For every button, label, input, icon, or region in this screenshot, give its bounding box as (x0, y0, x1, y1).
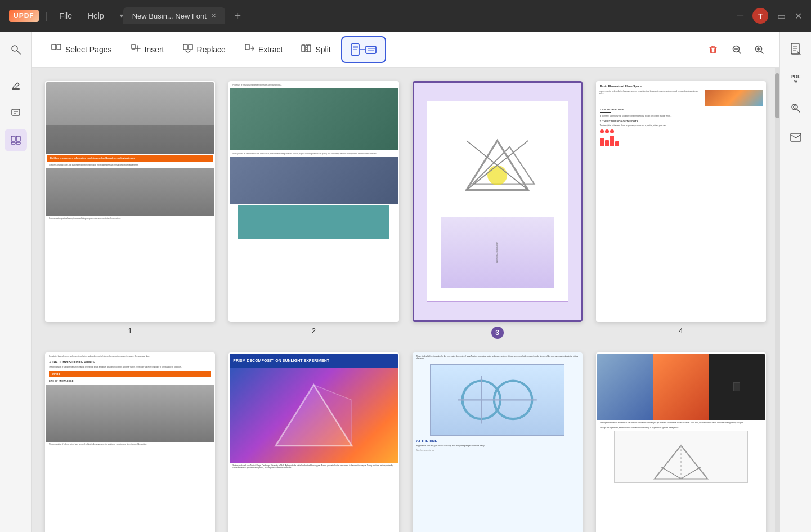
page-item-7[interactable]: These studies laid the foundation for th… (413, 352, 583, 533)
active-tab[interactable]: New Busin... New Font × (123, 7, 226, 24)
svg-rect-11 (57, 44, 61, 50)
svg-line-49 (661, 467, 681, 479)
window-close-icon[interactable]: ✕ (795, 11, 802, 21)
tab-close-button[interactable]: × (211, 11, 216, 21)
tab-area: ▾ New Busin... New Font × + (120, 7, 731, 24)
page-thumb-2[interactable]: Procedure of results during the period p… (228, 81, 398, 322)
svg-rect-2 (12, 88, 20, 90)
replace-label: Replace (197, 45, 226, 54)
tab-title: New Busin... New Font (132, 12, 207, 20)
page-number-2: 2 (312, 327, 316, 335)
svg-rect-8 (11, 142, 15, 144)
svg-rect-58 (791, 133, 801, 141)
svg-point-37 (487, 166, 507, 185)
split-button[interactable]: Split (293, 38, 338, 60)
page-thumb-6[interactable]: PRISM DECOMPOSITI ON SUNLIGHT EXPERIMENT… (228, 352, 398, 533)
content-area: Select Pages Insert Replace Extract (32, 32, 779, 532)
svg-line-1 (17, 51, 20, 54)
menu-help[interactable]: Help (83, 9, 109, 23)
sidebar-item-organize[interactable] (5, 129, 27, 151)
svg-rect-9 (16, 142, 20, 144)
page-item-8[interactable]: This experiment can be made with a filte… (596, 352, 766, 533)
scrollbar-thumb[interactable] (775, 73, 779, 118)
page-item-6[interactable]: PRISM DECOMPOSITI ON SUNLIGHT EXPERIMENT… (228, 352, 398, 533)
svg-point-57 (793, 106, 796, 109)
page-number-4: 4 (679, 327, 683, 335)
svg-line-56 (797, 109, 800, 112)
extract-icon (244, 43, 255, 56)
page-thumb-5[interactable]: Constitutes basic elements and connects … (45, 352, 215, 533)
svg-rect-18 (302, 45, 305, 52)
insert-icon (130, 43, 141, 56)
right-sidebar-pdfa-button[interactable]: PDF /A (785, 68, 807, 90)
right-sidebar-search-icon[interactable] (785, 97, 807, 119)
tab-dropdown-arrow[interactable]: ▾ (120, 12, 123, 20)
page-item-4[interactable]: Basic Elements of Plane Space they are o… (596, 81, 766, 339)
svg-rect-7 (16, 136, 20, 141)
extract-button[interactable]: Extract (236, 38, 291, 60)
titlebar: UPDF | File Help ▾ New Busin... New Font… (0, 0, 811, 32)
page-thumb-4[interactable]: Basic Elements of Plane Space they are o… (596, 81, 766, 322)
svg-rect-3 (12, 109, 20, 115)
replace-button[interactable]: Replace (174, 38, 234, 60)
page-thumb-7[interactable]: These studies laid the foundation for th… (413, 352, 583, 533)
page-item-1[interactable]: Building environment information modelin… (45, 81, 215, 339)
svg-rect-17 (245, 44, 249, 50)
page-item-2[interactable]: Procedure of results during the period p… (228, 81, 398, 339)
svg-rect-15 (183, 44, 187, 50)
sidebar-divider-1 (7, 68, 24, 68)
left-sidebar (0, 32, 32, 532)
replace-icon (182, 43, 194, 56)
select-pages-button[interactable]: Select Pages (43, 38, 120, 60)
titlebar-controls: ─ T ▭ ✕ (737, 8, 802, 24)
toolbar: Select Pages Insert Replace Extract (32, 32, 779, 68)
svg-line-48 (681, 467, 701, 479)
zoom-in-button[interactable] (750, 41, 768, 59)
page-item-5[interactable]: Constitutes basic elements and connects … (45, 352, 215, 533)
sidebar-item-search[interactable] (5, 38, 27, 61)
insert-label: Insert (145, 45, 164, 54)
titlebar-divider: | (46, 10, 48, 22)
page-number-1: 1 (128, 327, 132, 335)
new-tab-button[interactable]: + (230, 8, 245, 24)
page-thumb-1[interactable]: Building environment information modelin… (45, 81, 215, 322)
page-item-3[interactable]: Geometric Philosophy 3 (413, 81, 583, 339)
svg-rect-12 (132, 44, 135, 49)
scrollbar-track[interactable] (775, 68, 779, 532)
insert-button[interactable]: Insert (122, 38, 172, 60)
avatar[interactable]: T (752, 8, 768, 24)
page-number-badge-3: 3 (491, 327, 504, 339)
minimize-icon[interactable]: ─ (737, 11, 743, 21)
extract-label: Extract (258, 45, 283, 54)
right-sidebar: PDF /A (779, 32, 811, 532)
svg-rect-10 (52, 44, 56, 50)
menu-file[interactable]: File (55, 9, 77, 23)
right-sidebar-mail-icon[interactable] (785, 126, 807, 149)
svg-line-34 (761, 51, 763, 53)
select-pages-label: Select Pages (65, 45, 112, 54)
split-label: Split (315, 45, 330, 54)
svg-rect-16 (189, 44, 192, 50)
split-icon (301, 43, 312, 56)
page-thumb-3[interactable]: Geometric Philosophy (413, 81, 583, 322)
zoom-out-button[interactable] (728, 41, 746, 59)
select-pages-icon (51, 43, 62, 56)
svg-line-30 (738, 51, 741, 53)
svg-rect-19 (307, 45, 311, 52)
page-thumb-8[interactable]: This experiment can be made with a filte… (596, 352, 766, 533)
pages-container[interactable]: Building environment information modelin… (32, 68, 779, 532)
rotate-view-toggle[interactable] (341, 36, 386, 63)
svg-rect-6 (11, 136, 15, 141)
sidebar-item-edit[interactable] (5, 75, 27, 97)
main-container: Select Pages Insert Replace Extract (0, 32, 811, 532)
pages-grid: Building environment information modelin… (45, 81, 766, 532)
right-sidebar-document-icon[interactable] (785, 38, 807, 61)
window-maximize-icon[interactable]: ▭ (777, 11, 786, 21)
sidebar-item-annotate[interactable] (5, 102, 27, 124)
toolbar-right (703, 39, 768, 60)
app-logo: UPDF (9, 10, 39, 22)
delete-button[interactable] (703, 39, 723, 60)
